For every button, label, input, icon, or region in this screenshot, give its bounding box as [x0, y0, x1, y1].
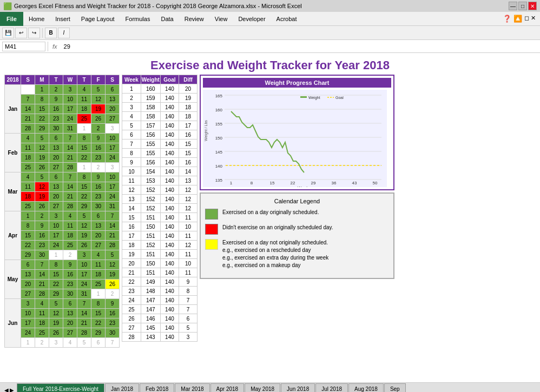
cal-cell[interactable]: 6	[63, 299, 77, 309]
cal-cell[interactable]: 31	[77, 289, 91, 299]
cal-cell[interactable]: 13	[49, 143, 63, 153]
cal-cell[interactable]: 4	[63, 338, 77, 348]
cal-cell[interactable]: 15	[35, 104, 49, 114]
cal-cell[interactable]: 16	[63, 270, 77, 280]
cal-cell[interactable]: 1	[35, 85, 49, 95]
cal-cell[interactable]: 18	[21, 153, 35, 163]
cal-cell[interactable]: 5	[91, 85, 106, 95]
cal-cell[interactable]: 24	[106, 153, 120, 163]
cal-cell[interactable]: 14	[35, 270, 49, 280]
cal-cell[interactable]: 22	[77, 192, 91, 202]
tab-scroll-right[interactable]: ▶	[10, 387, 14, 392]
cal-cell[interactable]: 13	[91, 221, 106, 231]
italic-btn[interactable]: I	[58, 28, 70, 38]
cal-cell[interactable]: 29	[77, 202, 91, 211]
cal-cell[interactable]: 23	[91, 153, 106, 163]
redo-btn[interactable]: ↪	[28, 28, 40, 38]
cal-cell[interactable]: 5	[106, 250, 120, 260]
cal-cell[interactable]: 21	[35, 280, 49, 289]
cal-cell[interactable]: 7	[21, 95, 35, 104]
cal-cell[interactable]: 30	[35, 250, 49, 260]
cal-cell[interactable]: 30	[63, 289, 77, 299]
cal-cell[interactable]: 31	[106, 202, 120, 211]
save-btn[interactable]: 💾	[2, 28, 14, 38]
cal-cell[interactable]: 1	[21, 338, 35, 348]
cal-cell[interactable]: 1	[77, 163, 91, 172]
cal-cell[interactable]: 23	[35, 241, 49, 250]
cal-cell[interactable]: 15	[77, 143, 91, 153]
cal-cell[interactable]: 17	[106, 143, 120, 153]
cal-cell[interactable]: 9	[91, 134, 106, 143]
cal-cell[interactable]: 8	[21, 221, 35, 231]
cal-cell[interactable]: 6	[21, 260, 35, 270]
tab-feb-2018[interactable]: Feb 2018	[140, 383, 174, 392]
cal-cell[interactable]: 2	[49, 85, 63, 95]
cal-cell[interactable]: 17	[106, 182, 120, 192]
cal-cell[interactable]: 4	[91, 250, 106, 260]
cal-cell[interactable]: 10	[77, 260, 91, 270]
cal-cell[interactable]: 18	[21, 192, 35, 202]
cal-cell[interactable]: 12	[35, 182, 49, 192]
cal-cell[interactable]: 27	[21, 289, 35, 299]
cal-cell[interactable]: 11	[91, 260, 106, 270]
cal-cell[interactable]: 7	[77, 299, 91, 309]
cal-cell[interactable]: 10	[21, 309, 35, 318]
cal-cell[interactable]: 21	[63, 153, 77, 163]
cal-cell[interactable]: 25	[91, 280, 106, 289]
cal-cell[interactable]: 3	[49, 211, 63, 221]
cal-cell[interactable]: 29	[91, 328, 106, 338]
cal-cell[interactable]: 30	[91, 202, 106, 211]
cal-cell[interactable]: 28	[63, 202, 77, 211]
cal-cell[interactable]: 12	[77, 221, 91, 231]
cal-cell[interactable]: 15	[91, 309, 106, 318]
cal-cell[interactable]: 11	[21, 182, 35, 192]
menu-insert[interactable]: Insert	[50, 12, 76, 26]
cal-cell[interactable]: 18	[35, 318, 49, 328]
cal-cell[interactable]: 19	[106, 270, 120, 280]
cal-cell[interactable]: 17	[21, 318, 35, 328]
cal-cell[interactable]: 7	[106, 338, 120, 348]
cal-cell[interactable]: 22	[21, 241, 35, 250]
cal-cell[interactable]: 25	[77, 114, 91, 124]
cal-cell[interactable]: 4	[63, 211, 77, 221]
cal-cell[interactable]: 24	[49, 241, 63, 250]
cal-cell[interactable]: 12	[35, 143, 49, 153]
cal-cell[interactable]: 2	[91, 163, 106, 172]
cal-cell[interactable]: 12	[49, 309, 63, 318]
cal-cell[interactable]: 4	[35, 299, 49, 309]
tab-jun-2018[interactable]: Jun 2018	[281, 383, 315, 392]
cal-cell[interactable]: 27	[106, 114, 120, 124]
cal-cell[interactable]: 15	[49, 270, 63, 280]
cal-cell[interactable]: 21	[63, 192, 77, 202]
cal-cell[interactable]: 10	[106, 134, 120, 143]
cal-cell[interactable]: 19	[35, 153, 49, 163]
cal-cell[interactable]: 4	[21, 172, 35, 182]
cal-cell[interactable]: 19	[49, 318, 63, 328]
cal-cell[interactable]: 26	[77, 241, 91, 250]
cal-cell[interactable]: 14	[77, 309, 91, 318]
cal-cell[interactable]: 9	[91, 172, 106, 182]
cal-cell[interactable]: 28	[21, 124, 35, 134]
cal-cell[interactable]: 29	[49, 289, 63, 299]
cal-cell[interactable]: 15	[77, 182, 91, 192]
cal-cell[interactable]: 18	[77, 104, 91, 114]
cal-cell[interactable]: 1	[49, 250, 63, 260]
cal-cell[interactable]: 25	[21, 202, 35, 211]
undo-btn[interactable]: ↩	[15, 28, 27, 38]
cal-cell[interactable]: 29	[21, 250, 35, 260]
cal-cell[interactable]: 2	[63, 250, 77, 260]
cal-cell[interactable]: 7	[106, 211, 120, 221]
cal-cell[interactable]: 9	[106, 299, 120, 309]
menu-formulas[interactable]: Formulas	[120, 12, 156, 26]
cal-cell[interactable]: 23	[91, 192, 106, 202]
cal-cell[interactable]: 21	[106, 231, 120, 241]
cal-cell[interactable]: 4	[21, 134, 35, 143]
cal-cell[interactable]: 2	[91, 124, 106, 134]
cal-cell[interactable]: 28	[77, 328, 91, 338]
cal-cell[interactable]: 14	[63, 182, 77, 192]
cal-cell[interactable]: 12	[91, 95, 106, 104]
tab-full-year[interactable]: Full Year 2018-Exercise-Weight	[17, 383, 104, 392]
cal-cell[interactable]: 7	[35, 260, 49, 270]
cal-cell[interactable]: 4	[77, 85, 91, 95]
tab-jul-2018[interactable]: Jul 2018	[315, 383, 348, 392]
